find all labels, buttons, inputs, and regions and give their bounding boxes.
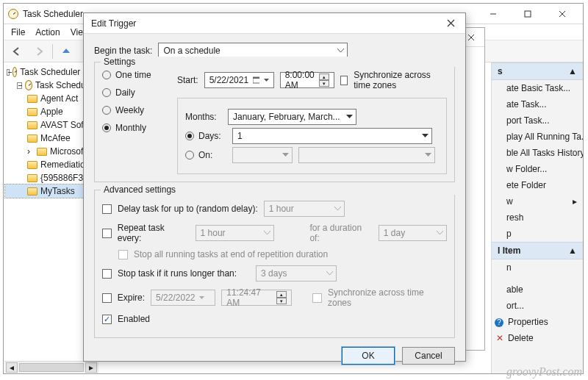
radio-days[interactable]: Days: <box>185 131 226 141</box>
watermark: groovyPost.com <box>506 365 582 379</box>
action-item[interactable]: resh <box>492 209 583 226</box>
enabled-checkbox[interactable] <box>102 315 112 324</box>
months-dropdown[interactable]: January, February, March... <box>228 109 356 125</box>
close-button[interactable] <box>443 16 458 31</box>
menu-action[interactable]: Action <box>35 27 60 37</box>
submenu-icon: ▸ <box>573 196 577 207</box>
menu-file[interactable]: File <box>11 27 25 37</box>
action-item[interactable]: ate Basic Task... <box>492 80 583 96</box>
tree-folder[interactable]: Remediatio <box>5 158 96 171</box>
start-time-input[interactable]: 8:00:00 AM ▴▾ <box>280 72 334 88</box>
duration-label: for a duration of: <box>309 223 372 243</box>
action-item[interactable]: ble All Tasks History <box>492 145 583 161</box>
tree-label: Remediatio <box>40 159 85 170</box>
action-item[interactable]: w Folder... <box>492 161 583 177</box>
stop-longer-checkbox[interactable] <box>102 269 112 279</box>
dialog-title: Edit Trigger <box>91 18 443 29</box>
radio-on[interactable]: On: <box>185 150 226 160</box>
date-value: 5/22/2022 <box>156 293 195 303</box>
on-ordinal-dropdown <box>232 147 293 163</box>
tree-folder[interactable]: Agent Act <box>5 92 96 105</box>
action-item[interactable]: n <box>492 259 583 276</box>
delay-checkbox[interactable] <box>102 204 112 214</box>
months-label: Months: <box>185 112 222 122</box>
tree-library[interactable]: Task Scheduler <box>5 79 96 92</box>
app-icon <box>8 9 18 19</box>
radio-icon <box>102 123 111 132</box>
start-date-input[interactable]: 5/22/2021 <box>204 72 274 88</box>
action-delete[interactable]: Delete <box>492 330 583 346</box>
dialog-titlebar[interactable]: Edit Trigger <box>84 13 465 34</box>
action-item[interactable]: able <box>492 282 583 298</box>
repeat-checkbox[interactable] <box>102 229 112 238</box>
radio-daily[interactable]: Daily <box>102 87 167 98</box>
stop-all-checkbox <box>118 250 128 259</box>
action-item[interactable]: port Task... <box>492 112 583 129</box>
tree-label: Apple <box>40 107 63 117</box>
collapse-icon[interactable] <box>7 69 10 76</box>
maximize-button[interactable] <box>511 6 544 22</box>
action-item[interactable]: ate Task... <box>492 96 583 112</box>
calendar-icon <box>253 76 259 84</box>
back-button[interactable] <box>8 43 26 60</box>
advanced-group: Advanced settings Delay task for up to (… <box>94 190 455 338</box>
radio-weekly[interactable]: Weekly <box>102 105 167 115</box>
repeat-label: Repeat task every: <box>118 223 190 243</box>
collapse-icon[interactable] <box>17 82 22 89</box>
actions-header-label: I Item <box>498 245 520 256</box>
up-button[interactable] <box>57 43 75 60</box>
tree-root[interactable]: Task Scheduler (Lo <box>5 65 96 79</box>
radio-icon <box>185 151 194 159</box>
folder-icon <box>27 187 37 196</box>
tree-label: MyTasks <box>40 186 75 196</box>
action-item[interactable] <box>492 276 583 282</box>
folder-icon <box>27 121 37 129</box>
stop-longer-label: Stop task if it runs longer than: <box>118 268 237 279</box>
action-item[interactable]: ete Folder <box>492 177 583 193</box>
actions-pane: s▲ ate Basic Task... ate Task... port Ta… <box>491 62 583 373</box>
radio-one-time[interactable]: One time <box>102 70 167 80</box>
enabled-label: Enabled <box>118 314 150 324</box>
delay-label: Delay task for up to (random delay): <box>118 204 258 214</box>
dropdown-value: On a schedule <box>163 46 220 56</box>
action-item[interactable]: play All Running Ta... <box>492 129 583 145</box>
radio-monthly[interactable]: Monthly <box>102 123 167 133</box>
sync-tz-checkbox[interactable] <box>340 76 348 85</box>
dropdown-value: 3 days <box>261 268 287 279</box>
tree-folder[interactable]: AVAST Soft <box>5 118 96 132</box>
scroll-thumb[interactable] <box>19 363 84 372</box>
forward-button[interactable] <box>30 43 48 60</box>
ok-button[interactable]: OK <box>342 347 395 365</box>
close-button[interactable] <box>545 6 578 22</box>
repeat-dropdown: 1 hour <box>196 225 275 241</box>
settings-legend: Settings <box>101 57 460 67</box>
tree-folder[interactable]: {595886F3- <box>5 171 96 184</box>
action-item[interactable]: w▸ <box>492 193 583 209</box>
chevron-down-icon <box>326 271 333 276</box>
action-properties[interactable]: Properties <box>492 314 583 330</box>
dropdown-value: January, February, March... <box>233 112 340 122</box>
tree-folder-selected[interactable]: MyTasks <box>5 184 96 198</box>
close-icon[interactable] <box>464 30 478 45</box>
collapse-icon[interactable]: ▲ <box>568 66 577 76</box>
chevron-down-icon <box>437 231 443 235</box>
days-dropdown[interactable]: 1 <box>232 128 432 144</box>
svg-rect-1 <box>525 11 531 17</box>
tree-folder[interactable]: McAfee <box>5 132 96 145</box>
minimize-button[interactable] <box>476 6 509 22</box>
action-item[interactable]: ort... <box>492 298 583 314</box>
spin-up-icon[interactable]: ▴ <box>319 74 329 80</box>
cancel-button[interactable]: Cancel <box>402 347 455 365</box>
collapse-icon[interactable]: ▲ <box>568 245 577 256</box>
dropdown-value: 1 day <box>384 228 405 238</box>
tree-folder[interactable]: Apple <box>5 105 96 118</box>
time-spinner[interactable]: ▴▾ <box>319 74 329 87</box>
expire-label: Expire: <box>118 293 145 303</box>
expire-checkbox[interactable] <box>102 293 112 303</box>
actions-header: s▲ <box>492 62 583 80</box>
spin-down-icon[interactable]: ▾ <box>319 80 329 87</box>
radio-label: Weekly <box>115 105 144 115</box>
tree-folder[interactable]: ›Microsoft <box>5 145 96 158</box>
action-item[interactable]: p <box>492 226 583 242</box>
scroll-left-button[interactable]: ◂ <box>6 362 18 373</box>
